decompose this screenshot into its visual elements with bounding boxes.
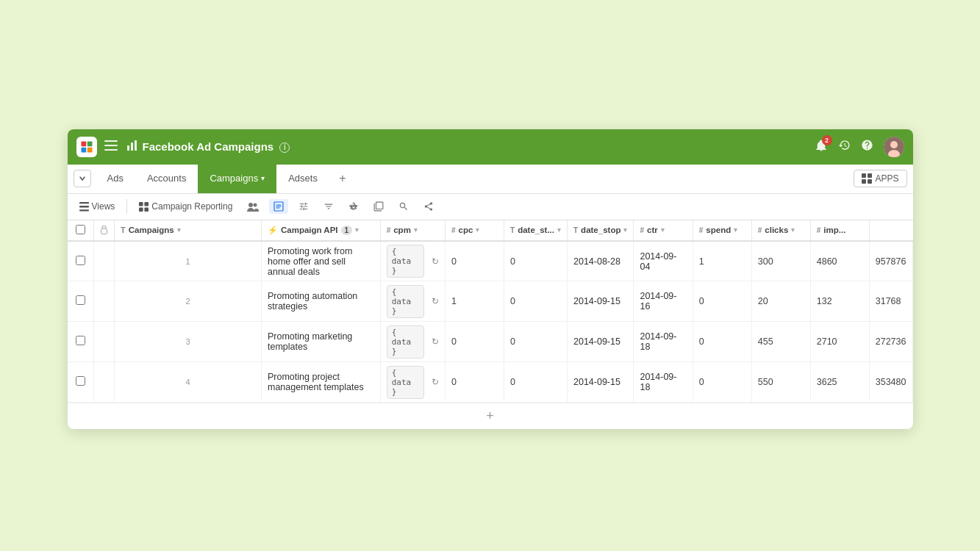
campaigns-dropdown-arrow: ▾ xyxy=(261,174,265,182)
campaigns-sort-icon[interactable]: ▾ xyxy=(177,226,181,234)
th-impressions[interactable]: # imp... xyxy=(810,220,869,241)
row-checkbox-cell[interactable] xyxy=(68,322,94,362)
campaigns-type-icon: T xyxy=(121,226,126,234)
svg-point-11 xyxy=(890,141,898,148)
row-checkbox[interactable] xyxy=(76,376,85,386)
info-icon[interactable]: i xyxy=(279,143,290,153)
search-icon-btn[interactable] xyxy=(394,199,413,214)
svg-rect-15 xyxy=(862,179,866,184)
data-badge[interactable]: { data } xyxy=(387,325,424,359)
row-impressions: 31768 xyxy=(869,281,912,322)
toolbar-divider-1 xyxy=(126,199,127,214)
chart-icon xyxy=(126,140,138,154)
tab-adsets[interactable]: Adsets xyxy=(276,164,329,193)
tab-campaigns[interactable]: Campaigns ▾ xyxy=(198,164,276,193)
toolbar: Views Campaign Reporting xyxy=(68,194,913,220)
select-all-checkbox[interactable] xyxy=(76,225,85,234)
row-date-start: 2014-08-28 xyxy=(568,241,634,281)
ctr-sort-icon[interactable]: ▾ xyxy=(661,226,665,234)
svg-rect-16 xyxy=(868,179,872,184)
date-start-type-icon: T xyxy=(510,226,515,234)
refresh-icon[interactable]: ↻ xyxy=(432,336,439,347)
row-spend: 300 xyxy=(751,241,810,281)
th-spend[interactable]: # spend ▾ xyxy=(693,220,751,241)
api-sort-icon[interactable]: ▾ xyxy=(355,226,359,234)
table-row: 3 Promoting marketing templates { data }… xyxy=(68,322,913,362)
row-date-stop: 2014-09-04 xyxy=(634,241,693,281)
row-date-stop: 2014-09-18 xyxy=(634,322,693,362)
row-lock-cell xyxy=(94,281,115,322)
tab-add-button[interactable]: + xyxy=(332,168,353,189)
row-campaign-api: { data } ↻ xyxy=(380,322,445,362)
svg-rect-6 xyxy=(104,149,118,151)
svg-rect-9 xyxy=(135,140,137,151)
th-ctr[interactable]: # ctr ▾ xyxy=(634,220,693,241)
spend-sort-icon[interactable]: ▾ xyxy=(734,226,737,234)
date-start-sort-icon[interactable]: ▾ xyxy=(557,226,561,234)
hamburger-icon[interactable] xyxy=(104,140,118,153)
row-lock-cell xyxy=(94,362,115,403)
field-type-icon-btn[interactable] xyxy=(269,199,288,214)
avatar[interactable] xyxy=(884,137,904,157)
th-cpm[interactable]: # cpm ▾ xyxy=(380,220,445,241)
tab-accounts[interactable]: Accounts xyxy=(135,164,198,193)
row-ctr: 1 xyxy=(693,241,751,281)
row-checkbox-cell[interactable] xyxy=(68,281,94,322)
help-button[interactable] xyxy=(861,139,873,154)
notifications-button[interactable]: 2 xyxy=(815,139,828,155)
row-number: 1 xyxy=(115,241,262,281)
row-cpm: 0 xyxy=(446,241,504,281)
person-group-icon-btn[interactable] xyxy=(243,200,263,214)
app-window: Facebook Ad Campaigns i 2 xyxy=(68,129,913,430)
refresh-icon[interactable]: ↻ xyxy=(432,296,439,306)
table-body: 1 Promoting work from home offer and sel… xyxy=(68,241,913,403)
row-number: 3 xyxy=(115,322,262,362)
apps-button[interactable]: APPS xyxy=(854,170,906,187)
views-button[interactable]: Views xyxy=(75,199,120,214)
th-checkbox[interactable] xyxy=(68,220,94,241)
refresh-icon[interactable]: ↻ xyxy=(432,256,439,267)
date-stop-sort-icon[interactable]: ▾ xyxy=(623,226,627,234)
data-badge[interactable]: { data } xyxy=(387,366,424,399)
th-cpc[interactable]: # cpc ▾ xyxy=(446,220,504,241)
cpc-sort-icon[interactable]: ▾ xyxy=(476,226,479,234)
row-checkbox[interactable] xyxy=(76,295,85,305)
row-height-icon-btn[interactable] xyxy=(369,199,388,214)
cpm-sort-icon[interactable]: ▾ xyxy=(414,226,418,234)
share-icon-btn[interactable] xyxy=(419,199,438,214)
th-campaign-api[interactable]: ⚡ Campaign API 1 ▾ xyxy=(262,220,381,241)
svg-rect-4 xyxy=(104,140,118,142)
spend-type-icon: # xyxy=(699,226,704,234)
svg-rect-23 xyxy=(145,207,149,212)
row-campaign-name: Promoting project management templates xyxy=(262,362,381,403)
add-row-button[interactable]: + xyxy=(68,403,913,429)
svg-rect-2 xyxy=(81,148,86,153)
row-checkbox[interactable] xyxy=(76,256,85,265)
clicks-sort-icon[interactable]: ▾ xyxy=(791,226,795,234)
th-date-start[interactable]: T date_st... ▾ xyxy=(504,220,568,241)
data-badge[interactable]: { data } xyxy=(387,285,424,318)
color-icon-btn[interactable] xyxy=(344,199,363,214)
table-row: 4 Promoting project management templates… xyxy=(68,362,913,403)
row-cpc: 0 xyxy=(504,322,568,362)
row-checkbox-cell[interactable] xyxy=(68,241,94,281)
svg-rect-17 xyxy=(79,202,89,204)
settings-icon-btn[interactable] xyxy=(294,199,313,214)
th-campaigns[interactable]: T Campaigns ▾ xyxy=(115,220,262,241)
data-badge[interactable]: { data } xyxy=(387,245,424,278)
svg-rect-21 xyxy=(145,202,149,206)
tab-ads[interactable]: Ads xyxy=(96,164,135,193)
history-button[interactable] xyxy=(838,139,851,154)
refresh-icon[interactable]: ↻ xyxy=(432,377,439,387)
campaign-reporting-button[interactable]: Campaign Reporting xyxy=(135,199,237,214)
svg-rect-7 xyxy=(127,145,129,151)
campaigns-table: T Campaigns ▾ ⚡ Campaign API 1 ▾ xyxy=(68,220,913,403)
filter-icon-btn[interactable] xyxy=(319,199,338,214)
th-date-stop[interactable]: T date_stop ▾ xyxy=(568,220,634,241)
tab-collapse-button[interactable] xyxy=(74,170,91,187)
row-checkbox[interactable] xyxy=(76,336,85,345)
row-checkbox-cell[interactable] xyxy=(68,362,94,403)
row-impressions: 272736 xyxy=(869,322,912,362)
th-clicks[interactable]: # clicks ▾ xyxy=(751,220,810,241)
row-number: 2 xyxy=(115,281,262,322)
